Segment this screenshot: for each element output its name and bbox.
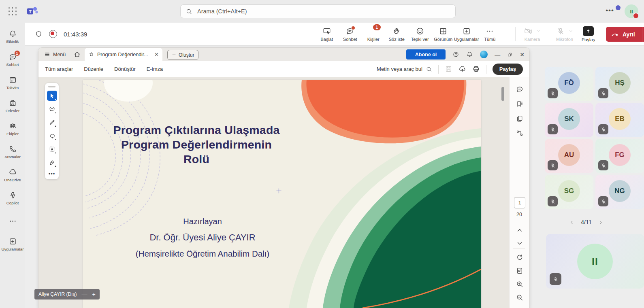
- organize-pages-button[interactable]: [516, 129, 524, 137]
- pdf-menu-dönüştür[interactable]: Dönüştür: [114, 66, 136, 72]
- select-tool-button[interactable]: [47, 91, 57, 101]
- palette-drag-handle[interactable]: [48, 86, 55, 87]
- meeting-button-söz-iste[interactable]: Söz iste: [385, 27, 409, 42]
- cloud-upload-icon: [458, 65, 466, 73]
- leave-button[interactable]: Ayrıl: [606, 27, 644, 42]
- fill-sign-tool-button[interactable]: [47, 157, 57, 168]
- pdf-menu-e-imza[interactable]: E-imza: [147, 66, 163, 72]
- rotate-page-button[interactable]: [516, 253, 524, 261]
- sidebar-item-aramalar[interactable]: Aramalar: [0, 140, 25, 164]
- leave-label: Ayrıl: [623, 31, 642, 38]
- print-button[interactable]: [472, 65, 480, 73]
- pdf-account-avatar[interactable]: [480, 51, 488, 58]
- camera-button[interactable]: Kamera: [516, 23, 548, 45]
- pen-tool-button[interactable]: [47, 117, 57, 127]
- spotlight-participant-tile[interactable]: II: [546, 234, 644, 289]
- more-options-icon[interactable]: •••: [606, 7, 614, 16]
- meeting-button-görünüm[interactable]: Görünüm: [432, 27, 455, 42]
- subscribe-button[interactable]: Abone ol: [406, 49, 446, 59]
- zoom-in-button[interactable]: [516, 280, 524, 288]
- notifications-bell-icon[interactable]: [466, 51, 473, 58]
- microphone-label: Mikrofon: [556, 37, 573, 42]
- page-thumbnails-button[interactable]: [516, 115, 524, 123]
- text-select-tool-button[interactable]: [47, 144, 57, 154]
- sidebar-item-copilot[interactable]: Copilot: [0, 187, 25, 210]
- sidebar-item-uygulamalar[interactable]: Uygulamalar: [0, 233, 25, 256]
- window-minimize-button[interactable]: —: [495, 52, 500, 57]
- pdf-menu-düzenle[interactable]: Düzenle: [84, 66, 103, 72]
- sidebar-item-label: Aramalar: [4, 155, 21, 159]
- window-restore-button[interactable]: [507, 52, 513, 57]
- meeting-button-kişiler[interactable]: 1Kişiler: [362, 27, 385, 42]
- find-tool-button[interactable]: Metin veya araç bul: [377, 66, 432, 72]
- meeting-toolbar: 01:43:39 BaşlatSohbet1KişilerSöz isteTep…: [25, 23, 644, 46]
- participant-tile-au[interactable]: AU: [545, 139, 593, 173]
- sidebar-item-more[interactable]: [0, 210, 25, 233]
- fit-page-button[interactable]: [516, 267, 524, 275]
- find-placeholder: Metin veya araç bul: [377, 66, 422, 72]
- window-close-button[interactable]: ✕: [520, 52, 525, 57]
- chevron-down-icon[interactable]: [568, 28, 574, 34]
- teams-logo-icon: [26, 6, 38, 17]
- upload-cloud-button[interactable]: [458, 65, 466, 73]
- comments-panel-button[interactable]: [516, 85, 524, 93]
- app-launcher-waffle-icon[interactable]: [8, 7, 17, 16]
- meeting-button-uygulamalar[interactable]: Uygulamalar: [455, 27, 478, 42]
- chevron-right-icon[interactable]: [598, 220, 603, 225]
- share-zoom-out-button[interactable]: —: [81, 291, 87, 297]
- participant-tile-eb[interactable]: EB: [595, 103, 644, 137]
- microphone-button[interactable]: Mikrofon: [548, 23, 581, 45]
- next-page-button[interactable]: [516, 239, 524, 247]
- page-total: 20: [510, 212, 529, 217]
- mic-off-icon: [601, 127, 606, 132]
- pdf-home-button[interactable]: [73, 51, 81, 58]
- vertical-scrollbar-thumb[interactable]: [501, 87, 504, 101]
- previous-page-button[interactable]: [516, 226, 524, 234]
- star-icon[interactable]: [88, 51, 94, 57]
- chevron-left-icon[interactable]: [569, 220, 574, 225]
- share-zoom-in-button[interactable]: +: [92, 291, 95, 297]
- tab-close-icon[interactable]: ✕: [154, 52, 159, 57]
- pdf-share-button[interactable]: Paylaş: [493, 64, 523, 75]
- participant-tile-hş[interactable]: HŞ: [595, 67, 644, 101]
- pdf-menu-button[interactable]: Menü: [44, 48, 66, 61]
- count-badge: 1: [14, 50, 20, 56]
- chevron-down-icon[interactable]: [536, 28, 541, 34]
- meeting-button-label: Tümü: [484, 37, 495, 42]
- zoom-out-button[interactable]: [516, 293, 524, 302]
- participant-tile-fg[interactable]: FG: [595, 139, 644, 173]
- meeting-button-tepki-ver[interactable]: Tepki ver: [408, 27, 432, 42]
- leave-options-chevron[interactable]: [642, 27, 644, 42]
- lasso-tool-button[interactable]: [47, 131, 57, 141]
- profile-avatar[interactable]: II: [625, 4, 638, 18]
- pdf-create-button[interactable]: Oluştur: [167, 50, 198, 60]
- help-icon[interactable]: [452, 51, 459, 58]
- meeting-button-sohbet[interactable]: Sohbet: [339, 27, 362, 42]
- sidebar-item-label: Uygulamalar: [2, 247, 24, 251]
- participant-tile-sk[interactable]: SK: [545, 103, 593, 137]
- meeting-button-başlat[interactable]: Başlat: [315, 27, 339, 42]
- pdf-menu-tüm-araçlar[interactable]: Tüm araçlar: [45, 66, 73, 72]
- comment-tool-button[interactable]: [47, 104, 57, 114]
- page-number-input[interactable]: 1: [514, 197, 525, 208]
- search-input[interactable]: [196, 8, 450, 15]
- notification-dot: [616, 5, 621, 10]
- sidebar-item-takvim[interactable]: Takvim: [0, 71, 25, 94]
- save-button[interactable]: [445, 65, 452, 73]
- sidebar-item-ödevler[interactable]: Ödevler: [0, 94, 25, 117]
- sidebar-item-ekipler[interactable]: Ekipler: [0, 117, 25, 140]
- meeting-status-group: 01:43:39: [35, 23, 87, 45]
- sidebar-item-onedrive[interactable]: OneDrive: [0, 164, 25, 187]
- participant-tile-ng[interactable]: NG: [595, 175, 644, 209]
- sidebar-item-sohbet[interactable]: 1Sohbet: [0, 48, 25, 71]
- meeting-button-tümü[interactable]: Tümü: [478, 27, 502, 42]
- shield-icon[interactable]: [35, 30, 43, 38]
- sidebar-item-etkinlik[interactable]: Etkinlik: [0, 25, 25, 48]
- bookmarks-panel-button[interactable]: [516, 100, 524, 108]
- pdf-document-tab[interactable]: Program Değerlendir... ✕: [85, 48, 162, 61]
- more-dots-icon: [9, 217, 17, 225]
- palette-more-tools[interactable]: •••: [49, 171, 55, 177]
- share-screen-button[interactable]: Paylaş: [582, 23, 595, 45]
- participant-tile-fö[interactable]: FÖ: [545, 67, 593, 101]
- participant-tile-sg[interactable]: SG: [545, 175, 593, 209]
